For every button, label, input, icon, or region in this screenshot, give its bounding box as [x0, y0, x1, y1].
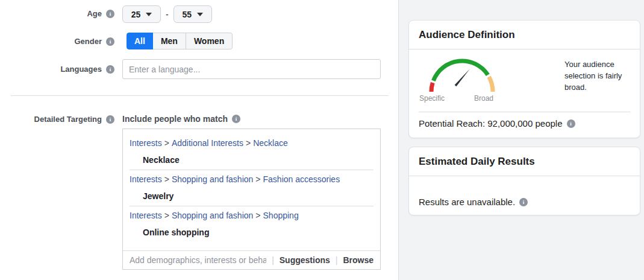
targeting-footer: | Suggestions | Browse [123, 250, 380, 269]
chevron-down-icon [146, 13, 152, 16]
age-min-value: 25 [131, 10, 141, 19]
targeting-entry: Interests>Shopping and fashion>Fashion a… [130, 170, 374, 206]
languages-label-row: Languages i [0, 65, 114, 74]
right-panel: Audience Definition Specific Broad Your … [398, 0, 644, 280]
breadcrumb-separator: > [246, 138, 251, 148]
gender-label: Gender [74, 37, 102, 46]
suggestions-button[interactable]: Suggestions [280, 255, 330, 265]
breadcrumb-link[interactable]: Shopping [263, 211, 299, 220]
card-divider [419, 112, 630, 112]
potential-reach-line: Potential Reach: 92,000,000 people i [419, 118, 575, 129]
age-max-value: 55 [182, 10, 192, 19]
include-people-label: Include people who match i [122, 114, 240, 124]
estimated-daily-results-body: Results are unavailable. i [409, 176, 640, 217]
chevron-down-icon [197, 13, 203, 16]
add-targeting-input[interactable] [130, 255, 266, 265]
info-icon[interactable]: i [106, 65, 114, 74]
gauge-broad-segment [489, 77, 493, 92]
age-controls: 25 - 55 [122, 5, 212, 23]
info-icon[interactable]: i [106, 37, 114, 46]
gauge-needle-icon [455, 69, 470, 86]
info-icon[interactable]: i [106, 115, 114, 124]
breadcrumb-separator: > [255, 174, 260, 184]
breadcrumb-separator: > [164, 211, 169, 220]
gauge-specific-segment [431, 83, 433, 92]
footer-separator: | [272, 255, 274, 265]
estimated-daily-results-card: Estimated Daily Results Results are unav… [408, 147, 640, 215]
age-max-dropdown[interactable]: 55 [174, 5, 212, 23]
gender-all-button[interactable]: All [127, 33, 153, 49]
info-icon[interactable]: i [106, 10, 114, 18]
gender-men-button[interactable]: Men [153, 33, 186, 49]
gauge-specific-label: Specific [419, 94, 445, 103]
breadcrumb: Interests>Shopping and fashion>Shopping [130, 211, 374, 221]
results-unavailable-text: Results are unavailable. [419, 197, 515, 207]
breadcrumb-link[interactable]: Additional Interests [172, 138, 243, 148]
targeting-entry-name: Online shopping [130, 228, 374, 238]
detailed-targeting-box: Interests>Additional Interests>Necklace … [122, 129, 381, 270]
breadcrumb-link[interactable]: Fashion accessories [263, 174, 340, 184]
breadcrumb-link[interactable]: Interests [130, 138, 162, 148]
gender-women-button[interactable]: Women [186, 33, 233, 49]
estimated-daily-results-title: Estimated Daily Results [419, 156, 630, 168]
age-min-dropdown[interactable]: 25 [122, 5, 161, 23]
footer-separator: | [336, 255, 338, 265]
ad-targeting-screen: Age i 25 - 55 Gender i All Men Women L [0, 0, 644, 280]
age-label-row: Age i [0, 9, 114, 18]
breadcrumb: Interests>Shopping and fashion>Fashion a… [130, 174, 374, 185]
breadcrumb: Interests>Additional Interests>Necklace [130, 138, 374, 148]
gender-label-row: Gender i [0, 37, 114, 46]
include-people-text: Include people who match [122, 114, 228, 124]
targeting-entry-name: Jewelry [130, 191, 374, 202]
targeting-entry: Interests>Additional Interests>Necklace … [130, 129, 374, 170]
info-icon[interactable]: i [519, 198, 528, 206]
section-divider [11, 95, 389, 96]
estimated-daily-results-header: Estimated Daily Results [409, 147, 640, 176]
gauge-broad-label: Broad [474, 94, 493, 103]
age-range-separator: - [166, 10, 169, 19]
audience-definition-card: Audience Definition Specific Broad Your … [408, 20, 640, 138]
detailed-targeting-label-row: Detailed Targeting i [0, 115, 114, 124]
languages-input[interactable] [122, 59, 381, 79]
audience-gauge [423, 53, 501, 100]
languages-label: Languages [60, 65, 102, 74]
audience-definition-body: Specific Broad Your audience selection i… [409, 49, 640, 139]
targeting-entry: Interests>Shopping and fashion>Shopping … [130, 206, 374, 242]
results-unavailable-line: Results are unavailable. i [419, 197, 630, 207]
browse-button[interactable]: Browse [343, 255, 374, 265]
info-icon[interactable]: i [567, 119, 575, 128]
audience-definition-header: Audience Definition [409, 21, 640, 49]
breadcrumb-link[interactable]: Interests [130, 174, 162, 184]
targeting-entry-name: Necklace [130, 155, 374, 165]
breadcrumb-separator: > [164, 138, 169, 148]
audience-definition-title: Audience Definition [419, 29, 630, 41]
audience-message: Your audience selection is fairly broad. [564, 59, 634, 94]
breadcrumb-link[interactable]: Shopping and fashion [172, 174, 253, 184]
breadcrumb-separator: > [164, 174, 169, 184]
breadcrumb-link[interactable]: Necklace [253, 138, 288, 148]
gauge-mid-segment [433, 61, 487, 81]
breadcrumb-separator: > [255, 211, 260, 220]
age-label: Age [87, 9, 102, 18]
info-icon[interactable]: i [232, 115, 240, 123]
gender-segmented-control: All Men Women [127, 33, 233, 49]
breadcrumb-link[interactable]: Shopping and fashion [172, 211, 253, 220]
detailed-targeting-label: Detailed Targeting [34, 115, 102, 124]
potential-reach-text: Potential Reach: 92,000,000 people [419, 118, 563, 129]
breadcrumb-link[interactable]: Interests [130, 211, 162, 220]
